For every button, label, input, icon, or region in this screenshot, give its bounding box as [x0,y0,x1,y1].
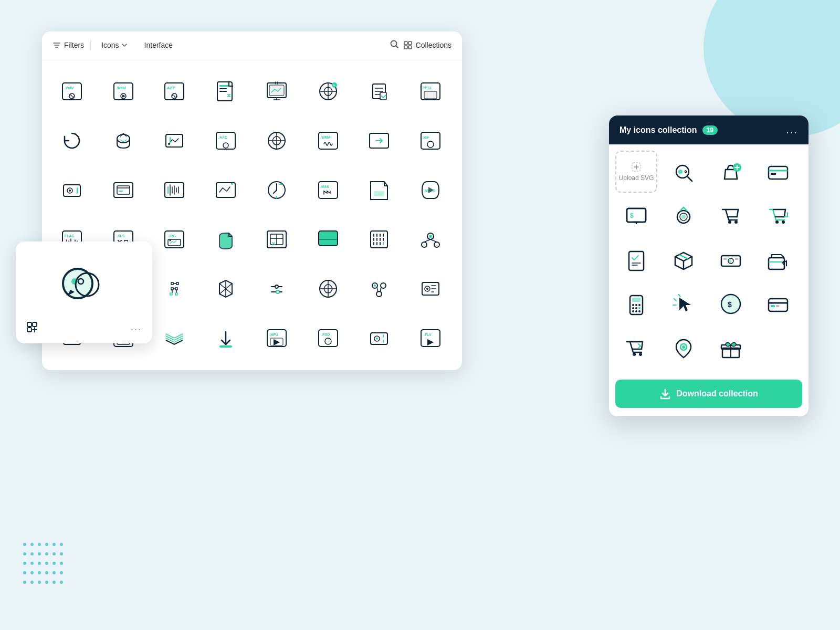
more-options-button[interactable]: ... [131,322,142,333]
list-item[interactable] [202,314,249,362]
svg-text:.WMV: .WMV [116,86,126,90]
list-item[interactable] [253,68,300,115]
svg-point-103 [429,235,432,238]
coll-icon-14[interactable]: $ [710,283,752,325]
coll-icon-1[interactable] [663,151,705,193]
coll-icon-17[interactable] [663,327,705,369]
svg-text:.XLS: .XLS [117,234,125,238]
svg-point-165 [782,220,785,224]
list-item[interactable] [253,216,300,263]
svg-point-139 [376,338,378,340]
list-item[interactable] [304,265,352,312]
list-item[interactable]: .M4A [304,166,352,214]
list-item[interactable] [355,68,403,115]
svg-point-120 [374,285,376,287]
list-item[interactable] [151,314,198,362]
coll-icon-13[interactable] [663,283,705,325]
list-item[interactable] [355,117,403,164]
coll-icon-9[interactable] [663,239,705,281]
search-button[interactable] [390,39,399,51]
coll-icon-7[interactable] [757,195,799,237]
list-item[interactable]: .ODP [407,117,454,164]
list-item[interactable]: .WMV [100,68,147,115]
list-item[interactable]: .JPG [151,216,198,263]
svg-point-43 [223,143,228,148]
list-item[interactable] [202,265,249,312]
coll-icon-4[interactable]: $ [615,195,657,237]
list-item[interactable] [151,166,198,214]
svg-point-107 [275,285,278,288]
list-item[interactable] [48,166,96,214]
list-item[interactable] [407,216,454,263]
list-item[interactable] [304,216,352,263]
svg-point-180 [632,307,634,309]
list-item[interactable] [355,216,403,263]
coll-icon-15[interactable] [757,283,799,325]
floating-icon [52,252,116,315]
list-item[interactable] [253,117,300,164]
list-item[interactable] [407,265,454,312]
list-item[interactable] [355,314,403,362]
add-to-collection-button[interactable] [26,321,38,333]
list-item[interactable]: + [304,68,352,115]
add-grid-icon [26,321,38,333]
toolbar: Filters Icons Interface [42,32,462,59]
list-item[interactable] [253,166,300,214]
coll-icon-11[interactable] [757,239,799,281]
coll-icon-5[interactable] [663,195,705,237]
list-item[interactable] [48,117,96,164]
svg-rect-58 [117,186,130,194]
svg-rect-137 [371,333,387,344]
list-item[interactable]: .WMA [304,117,352,164]
svg-point-163 [734,220,738,224]
coll-icon-8[interactable] [615,239,657,281]
list-item[interactable]: .PPTX [407,68,454,115]
icons-dropdown[interactable]: Icons [97,39,131,51]
toolbar-divider [90,40,91,50]
list-item[interactable] [202,216,249,263]
svg-point-183 [632,310,634,312]
coll-icon-2[interactable] [710,151,752,193]
coll-icon-3[interactable] [757,151,799,193]
svg-text:.AAC: .AAC [218,135,227,139]
svg-rect-69 [319,182,338,198]
svg-rect-41 [216,132,235,149]
coll-icon-12[interactable] [615,283,657,325]
coll-icon-6[interactable] [710,195,752,237]
list-item[interactable] [151,265,198,312]
list-item[interactable]: .PSD [304,314,352,362]
coll-icon-16[interactable] [615,327,657,369]
list-item[interactable] [355,166,403,214]
list-item[interactable]: .WAV [48,68,96,115]
svg-rect-71 [374,191,384,196]
list-item[interactable]: .AAC [202,117,249,164]
coll-icon-18[interactable] [710,327,752,369]
list-item[interactable]: .FLV [407,314,454,362]
list-item[interactable] [151,117,198,164]
list-item[interactable] [202,166,249,214]
list-item[interactable] [100,166,147,214]
filters-button[interactable]: Filters [52,41,84,49]
svg-text:.FLV: .FLV [424,333,432,337]
download-label: Download collection [676,389,758,398]
collection-more-button[interactable]: ... [786,124,798,136]
svg-rect-6 [408,41,412,45]
list-item[interactable]: .AIFF [151,68,198,115]
svg-point-162 [728,220,731,224]
svg-text:.ODP: .ODP [422,136,429,139]
upload-svg-button[interactable]: Upload SVG [615,151,657,193]
icons-dropdown-label: Icons [101,41,119,49]
list-item[interactable] [202,68,249,115]
svg-point-67 [231,183,233,185]
list-item[interactable] [355,265,403,312]
list-item[interactable]: .MP4 [253,314,300,362]
upload-icon [631,162,642,172]
list-item[interactable] [253,265,300,312]
coll-icon-10[interactable]: $ [710,239,752,281]
svg-rect-153 [771,173,776,175]
list-item[interactable] [100,117,147,164]
filters-label: Filters [64,41,84,49]
download-collection-button[interactable]: Download collection [615,380,802,408]
list-item[interactable]: .MPEG [407,166,454,214]
collections-button[interactable]: Collections [403,40,452,50]
